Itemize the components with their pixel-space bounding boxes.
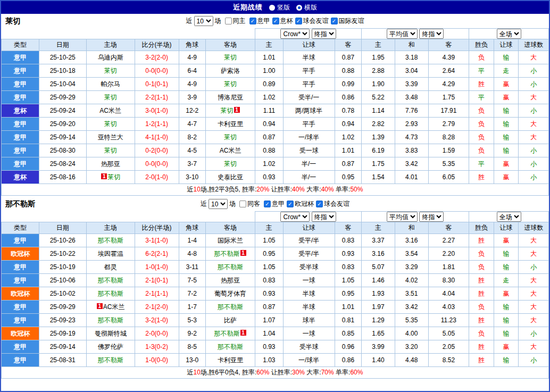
score-cell[interactable]: 2-0(1-0) xyxy=(135,171,179,184)
team-name[interactable]: 博洛尼亚 xyxy=(218,94,243,101)
home-team-cell[interactable]: 佛罗伦萨 xyxy=(86,340,135,354)
team-name[interactable]: 史泰比亚 xyxy=(218,173,243,181)
checkbox-icon[interactable] xyxy=(225,18,232,24)
team-name[interactable]: 那不勒斯 xyxy=(214,330,240,337)
home-team-cell[interactable]: 莱切 xyxy=(86,118,135,131)
team-name[interactable]: 莱切 xyxy=(104,94,117,101)
match-count-select[interactable]: 10 xyxy=(194,16,213,26)
team-name[interactable]: 佛罗伦萨 xyxy=(98,343,123,351)
league-filter[interactable]: ✓意甲 xyxy=(249,16,270,26)
home-team-cell[interactable]: 帕尔马 xyxy=(86,78,135,91)
score-cell[interactable]: 3-1(1-0) xyxy=(135,234,179,247)
away-team-cell[interactable]: 热那亚 xyxy=(206,274,255,287)
team-name[interactable]: 卡利亚里 xyxy=(218,120,243,128)
checkbox-icon[interactable]: ✓ xyxy=(264,201,271,207)
away-team-cell[interactable]: 莱切 xyxy=(206,78,255,91)
team-name[interactable]: 莱切 xyxy=(107,173,120,181)
checkbox-icon[interactable] xyxy=(239,201,246,207)
checkbox-icon[interactable]: ✓ xyxy=(249,18,256,24)
checkbox-icon[interactable]: ✓ xyxy=(287,201,294,207)
team-name[interactable]: 那不勒斯 xyxy=(214,250,240,257)
team-name[interactable]: 葡萄牙体育 xyxy=(214,290,246,297)
league-filter[interactable]: ✓意甲 xyxy=(264,199,285,208)
odds-stage-select[interactable]: 终指 xyxy=(312,29,336,39)
home-team-cell[interactable]: 都灵 xyxy=(86,261,135,274)
team-name[interactable]: 比萨 xyxy=(224,316,237,324)
team-name[interactable]: 莱切 xyxy=(224,160,237,168)
home-team-cell[interactable]: 埃因霍温 xyxy=(86,247,135,261)
average-select[interactable]: 平均值 xyxy=(387,29,418,39)
home-team-cell[interactable]: 那不勒斯 xyxy=(86,314,135,327)
away-team-cell[interactable]: 那不勒斯 xyxy=(206,301,255,314)
score-cell[interactable]: 1-0(0-0) xyxy=(135,354,179,367)
checkbox-icon[interactable]: ✓ xyxy=(316,201,323,207)
away-team-cell[interactable]: 那不勒斯 xyxy=(206,340,255,354)
score-cell[interactable]: 2-1(2-0) xyxy=(135,301,179,314)
bookmaker-select[interactable]: Crow* xyxy=(280,212,310,222)
team-name[interactable]: 那不勒斯 xyxy=(218,263,243,271)
score-cell[interactable]: 6-2(2-1) xyxy=(135,247,179,261)
radio-icon[interactable] xyxy=(269,5,275,11)
score-cell[interactable]: 3-0(1-0) xyxy=(135,104,179,118)
away-team-cell[interactable]: AC米兰 xyxy=(206,144,255,157)
away-team-cell[interactable]: 比萨 xyxy=(206,314,255,327)
match-count-select[interactable]: 10 xyxy=(209,199,228,209)
away-team-cell[interactable]: 莱切1 xyxy=(206,104,255,118)
team-name[interactable]: 莱切 xyxy=(104,120,117,128)
team-name[interactable]: AC米兰 xyxy=(103,303,125,311)
team-name[interactable]: 那不勒斯 xyxy=(218,303,243,311)
team-name[interactable]: 莱切 xyxy=(104,147,117,154)
home-team-cell[interactable]: 那不勒斯 xyxy=(86,287,135,301)
home-team-cell[interactable]: 那不勒斯 xyxy=(86,274,135,287)
radio-icon[interactable] xyxy=(296,5,302,11)
score-cell[interactable]: 4-1(1-0) xyxy=(135,131,179,144)
team-name[interactable]: AC米兰 xyxy=(220,147,241,154)
home-team-cell[interactable]: 莱切 xyxy=(86,64,135,78)
team-name[interactable]: 乌迪内斯 xyxy=(98,54,123,61)
score-cell[interactable]: 0-0(0-0) xyxy=(135,157,179,171)
score-cell[interactable]: 2-0(0-0) xyxy=(135,327,179,340)
team-name[interactable]: 萨索洛 xyxy=(221,67,240,74)
score-cell[interactable]: 2-1(0-1) xyxy=(135,274,179,287)
team-name[interactable]: 都灵 xyxy=(104,263,117,271)
view-option-vertical[interactable]: 竖版 xyxy=(269,3,290,12)
team-name[interactable]: 莱切 xyxy=(224,80,237,88)
team-name[interactable]: 莱切 xyxy=(224,134,237,141)
same-venue-filter[interactable]: 同客 xyxy=(239,199,260,208)
score-cell[interactable]: 0-2(0-0) xyxy=(135,144,179,157)
away-team-cell[interactable]: 卡利亚里 xyxy=(206,118,255,131)
team-name[interactable]: 亚特兰大 xyxy=(98,134,123,141)
home-team-cell[interactable]: 那不勒斯 xyxy=(86,354,135,367)
score-cell[interactable]: 2-1(1-1) xyxy=(135,287,179,301)
league-filter[interactable]: ✓意杯 xyxy=(272,16,293,26)
away-team-cell[interactable]: 莱切 xyxy=(206,51,255,64)
team-name[interactable]: 那不勒斯 xyxy=(218,343,243,351)
away-team-cell[interactable]: 莱切 xyxy=(206,131,255,144)
away-team-cell[interactable]: 莱切 xyxy=(206,157,255,171)
league-filter[interactable]: ✓欧冠杯 xyxy=(287,199,314,208)
scope-select[interactable]: 全场 xyxy=(497,29,521,39)
team-name[interactable]: 曼彻斯特城 xyxy=(95,330,127,337)
away-team-cell[interactable]: 葡萄牙体育 xyxy=(206,287,255,301)
team-name[interactable]: 热那亚 xyxy=(101,160,120,168)
checkbox-icon[interactable]: ✓ xyxy=(295,18,302,24)
score-cell[interactable]: 3-2(1-0) xyxy=(135,314,179,327)
league-filter[interactable]: ✓国际友谊 xyxy=(331,16,364,26)
home-team-cell[interactable]: 莱切 xyxy=(86,144,135,157)
score-cell[interactable]: 1-2(1-1) xyxy=(135,118,179,131)
team-name[interactable]: 那不勒斯 xyxy=(98,356,123,364)
checkbox-icon[interactable]: ✓ xyxy=(331,18,338,24)
home-team-cell[interactable]: 热那亚 xyxy=(86,157,135,171)
away-team-cell[interactable]: 那不勒斯1 xyxy=(206,327,255,340)
team-name[interactable]: 那不勒斯 xyxy=(98,290,123,297)
home-team-cell[interactable]: 那不勒斯 xyxy=(86,234,135,247)
score-cell[interactable]: 1-0(1-0) xyxy=(135,261,179,274)
team-name[interactable]: 埃因霍温 xyxy=(98,250,123,257)
view-option-horizontal[interactable]: 横版 xyxy=(296,3,317,12)
odds-stage-select[interactable]: 终指 xyxy=(312,212,336,222)
home-team-cell[interactable]: 莱切 xyxy=(86,91,135,104)
away-team-cell[interactable]: 史泰比亚 xyxy=(206,171,255,184)
team-name[interactable]: 莱切 xyxy=(221,107,234,114)
team-name[interactable]: 国际米兰 xyxy=(218,237,243,244)
home-team-cell[interactable]: 1AC米兰 xyxy=(86,301,135,314)
